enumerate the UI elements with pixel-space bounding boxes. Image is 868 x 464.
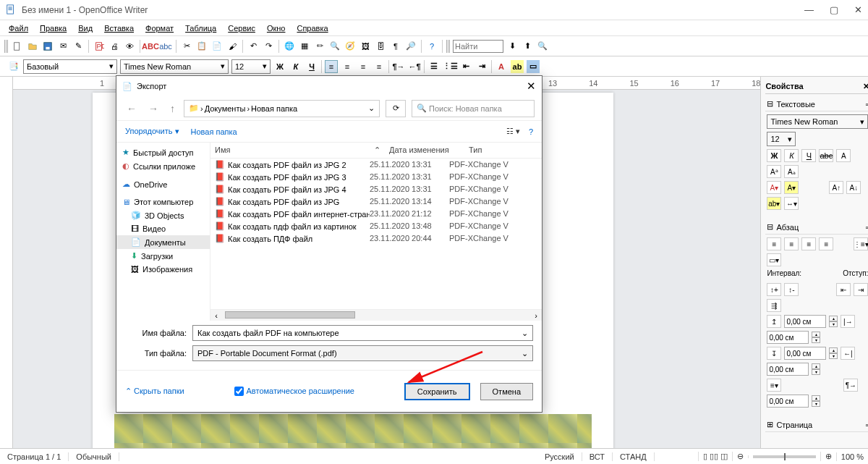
save-icon[interactable] [41,40,54,53]
prop-kerning-icon[interactable]: ↔▾ [784,197,799,210]
filetype-combo[interactable]: PDF - Portable Document Format (.pdf)⌄ [192,345,533,361]
menu-format[interactable]: Формат [141,22,178,35]
prop-bullets-icon[interactable]: ⋮≡▾ [854,237,868,250]
nav-up-icon[interactable]: ↑ [167,103,178,114]
datasources-icon[interactable]: 🗄 [374,40,387,53]
tree-pictures[interactable]: 🖼Изображения [116,263,210,276]
toolbar-grip-2[interactable] [446,40,451,53]
redo-icon[interactable]: ↷ [262,40,275,53]
prop-linespace-icon[interactable]: ≡▾ [767,379,781,392]
help-icon[interactable]: ? [425,40,438,53]
prop-first-input[interactable] [767,395,809,408]
font-size-combo[interactable]: 12▾ [231,59,271,74]
menu-edit[interactable]: Правка [35,22,71,35]
prop-align-center-icon[interactable]: ≡ [784,237,799,250]
status-insert[interactable]: ВСТ [582,452,613,461]
bold-icon[interactable]: Ж [273,60,286,73]
find-input[interactable] [453,40,503,53]
indent-dec-icon[interactable]: ⇤ [459,60,472,73]
list-item[interactable]: 📕Как создать PDF файл из JPG 325.11.2020… [210,171,542,183]
refresh-icon[interactable]: ⟳ [386,100,406,117]
menu-table[interactable]: Таблица [181,22,221,35]
prop-super-icon[interactable]: Aᵃ [767,165,781,178]
underline-icon[interactable]: Ч [305,60,318,73]
file-list-header[interactable]: Имя ⌃ Дата изменения Тип [210,143,542,159]
prop-above-icon[interactable]: ↥ [767,315,781,328]
section-more-icon[interactable]: ▫ [865,100,868,109]
zoom-slider[interactable] [753,455,816,458]
nonprint-icon[interactable]: ¶ [389,40,402,53]
find-prev-icon[interactable]: ⬆ [521,40,534,53]
open-icon[interactable] [26,40,39,53]
italic-icon[interactable]: К [289,60,302,73]
zoom-icon[interactable]: 🔎 [404,40,417,53]
list-item[interactable]: 📕Как создать PDF файл из JPG25.11.2020 1… [210,195,542,208]
prop-shrink-icon[interactable]: A↓ [846,181,861,194]
hide-folders-link[interactable]: ⌃ Скрыть папки [125,387,184,396]
list-item[interactable]: 📕Как создать пдф файл из картинок25.11.2… [210,220,542,232]
status-viewmode-icons[interactable]: ▯ ▯▯ ◫ [698,452,732,461]
preview-icon[interactable]: 👁 [123,40,136,53]
list-item[interactable]: 📕Как создать PDF файл интернет-страни...… [210,208,542,220]
prop-align-justify-icon[interactable]: ≡ [819,237,833,250]
numbering-icon[interactable]: ☰ [427,60,441,73]
prop-below-icon[interactable]: ↧ [767,347,781,360]
prop-above-input[interactable] [784,315,826,328]
view-mode-icon[interactable]: ☷ ▾ [506,127,520,136]
dialog-search-input[interactable]: 🔍 Поиск: Новая папка [412,100,535,117]
menu-help[interactable]: Справка [292,22,332,35]
prop-spacing-icon[interactable]: ab▾ [767,197,781,210]
nav-back-icon[interactable]: ← [124,103,140,114]
panel-close-icon[interactable]: ✕ [863,82,868,91]
autospell-icon[interactable]: abc [159,40,172,53]
prop-right-input[interactable] [767,363,809,376]
maximize-button[interactable]: ▢ [830,4,838,15]
find-close-icon[interactable]: 🔍 [536,40,549,53]
nav-forward-icon[interactable]: → [145,103,161,114]
prop-bold-icon[interactable]: Ж [767,149,781,162]
font-color-icon[interactable]: A [495,60,508,73]
prop-shadow-icon[interactable]: A [836,149,851,162]
prop-hanging-icon[interactable]: ⇶ [767,299,781,312]
breadcrumb[interactable]: 📁 › Документы › Новая папка ⌄ [184,100,380,117]
chevron-down-icon[interactable]: ⌄ [368,104,375,113]
prop-font-combo[interactable]: Times New Roman▾ [767,114,868,129]
cancel-button[interactable]: Отмена [480,383,533,400]
tree-quick-access[interactable]: ★Быстрый доступ [116,145,210,159]
clone-format-icon[interactable]: 🖌 [226,40,239,53]
list-item[interactable]: 📕Как создать ПДФ файл23.11.2020 20:44PDF… [210,232,542,245]
prop-indent-dec-icon[interactable]: ⇤ [836,283,851,296]
paragraph-style-combo[interactable]: Базовый▾ [23,59,117,74]
prop-spacing-inc-icon[interactable]: ↕+ [767,283,781,296]
dialog-close-icon[interactable]: ✕ [527,80,536,93]
find-replace-icon[interactable]: 🔍 [328,40,341,53]
align-right-icon[interactable]: ≡ [357,60,370,73]
navigator-icon[interactable]: 🧭 [344,40,357,53]
prop-spacing-dec-icon[interactable]: ↕- [784,283,799,296]
prop-align-right-icon[interactable]: ≡ [801,237,816,250]
status-zoom[interactable]: 100 % [836,452,868,461]
ltr-icon[interactable]: ¶→ [392,60,405,73]
table-icon[interactable]: ▦ [298,40,311,53]
prop-align-left-icon[interactable]: ≡ [767,237,781,250]
status-zoom-out-icon[interactable]: ⊖ [732,452,748,461]
minimize-button[interactable]: — [804,4,814,15]
tree-documents[interactable]: 📄Документы [116,235,210,249]
export-pdf-icon[interactable]: PDF [93,40,106,53]
align-justify-icon[interactable]: ≡ [373,60,386,73]
prop-grow-icon[interactable]: A↑ [829,181,843,194]
menu-window[interactable]: Окно [263,22,290,35]
prop-indent-inc-icon[interactable]: ⇥ [854,283,868,296]
prop-highlight-icon[interactable]: A▾ [784,181,799,194]
bullets-icon[interactable]: ⋮☰ [443,60,456,73]
prop-underline-icon[interactable]: Ч [801,149,816,162]
tree-this-pc[interactable]: 🖥Этот компьютер [116,195,210,208]
organize-menu[interactable]: Упорядочить ▾ [125,127,179,136]
list-item[interactable]: 📕Как создать PDF файл из JPG 225.11.2020… [210,159,542,171]
prop-bgcolor-icon[interactable]: ▭▾ [767,253,781,266]
prop-size-combo[interactable]: 12▾ [767,132,796,146]
tree-onedrive[interactable]: ☁OneDrive [116,177,210,191]
menu-tools[interactable]: Сервис [224,22,260,35]
align-left-icon[interactable]: ≡ [325,60,338,73]
cut-icon[interactable]: ✂ [180,40,193,53]
